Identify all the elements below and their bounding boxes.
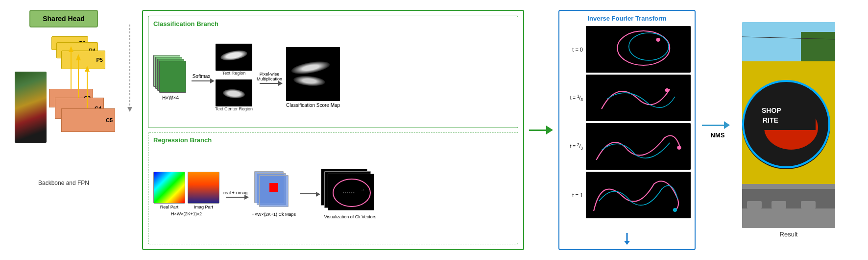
viz-stack: → bbox=[321, 169, 380, 213]
real-part-wrapper: Real Part bbox=[153, 172, 185, 209]
class-feat-stack bbox=[153, 55, 188, 94]
text-regions: Text Region Text Center Region bbox=[215, 44, 253, 111]
svg-marker-7 bbox=[127, 107, 132, 112]
curve-img-2 bbox=[586, 123, 691, 170]
svg-marker-24 bbox=[624, 241, 630, 245]
softmax-arrow: Softmax bbox=[192, 74, 211, 81]
blob-bottom bbox=[222, 88, 245, 99]
score-blob-2 bbox=[293, 75, 325, 87]
svg-point-18 bbox=[665, 88, 670, 92]
backbone-image bbox=[15, 72, 47, 143]
class-feat-wrapper: H×W×4 bbox=[153, 55, 188, 101]
green-box: Classification Branch H×W×4 Softmax bbox=[142, 10, 524, 250]
viz-svg-3: → bbox=[328, 174, 375, 211]
classification-branch: Classification Branch H×W×4 Softmax bbox=[148, 16, 518, 128]
svg-rect-17 bbox=[586, 75, 691, 121]
viz-layer-3: → bbox=[328, 174, 374, 210]
real-part-label: Real Part bbox=[160, 205, 179, 209]
connector-arrows bbox=[122, 10, 137, 250]
ck-maps-label: H×W×(2K+1) Ck Maps bbox=[251, 212, 296, 217]
classification-branch-content: H×W×4 Softmax Text Region bbox=[153, 31, 513, 124]
svg-rect-39 bbox=[801, 201, 816, 208]
reg-formula-arrow: real + i imag bbox=[223, 190, 247, 198]
backbone-section: Shared Head P3 P4 P5 C3 C4 C5 bbox=[10, 5, 118, 255]
class-feat-label: H×W×4 bbox=[162, 95, 179, 101]
svg-rect-13 bbox=[586, 26, 691, 73]
curve-img-3 bbox=[586, 172, 691, 218]
p5-layer: P5 bbox=[61, 51, 105, 69]
result-svg: SHOP RITE bbox=[742, 22, 835, 228]
feat-layer-4 bbox=[159, 61, 186, 93]
nms-label: NMS bbox=[711, 131, 725, 139]
nms-arrow-container bbox=[702, 121, 734, 129]
text-region-img-2 bbox=[216, 79, 252, 106]
svg-rect-37 bbox=[747, 201, 762, 208]
curve-img-0 bbox=[586, 26, 691, 73]
svg-text:SHOP: SHOP bbox=[762, 106, 781, 114]
blue-stack-wrapper: H×W×(2K+1) Ck Maps bbox=[251, 171, 296, 217]
text-region-img-1 bbox=[216, 44, 252, 71]
score-blob-1 bbox=[290, 59, 331, 77]
fourier-row-2: t = 2/3 bbox=[563, 123, 691, 170]
real-part-img bbox=[153, 172, 185, 204]
nms-arrow-head bbox=[724, 121, 730, 129]
svg-rect-19 bbox=[586, 123, 691, 170]
reg-maps: Real Part Imag Part bbox=[153, 172, 219, 209]
pixel-wise-label: Pixel-wise Multiplication bbox=[257, 72, 282, 81]
curve-svg-3 bbox=[586, 172, 691, 218]
result-img: SHOP RITE bbox=[742, 22, 835, 228]
result-label: Result bbox=[780, 231, 798, 238]
svg-text:RITE: RITE bbox=[763, 116, 778, 124]
curve-svg-2 bbox=[586, 123, 691, 170]
p5-label: P5 bbox=[96, 57, 103, 63]
time-label-3: t = 1 bbox=[563, 192, 583, 198]
red-square bbox=[269, 183, 278, 192]
svg-rect-26 bbox=[801, 32, 835, 61]
imag-part-img bbox=[188, 172, 219, 204]
reg-maps-wrapper: Real Part Imag Part H×W×(2K+1)×2 bbox=[153, 172, 219, 216]
svg-point-16 bbox=[656, 38, 660, 42]
curve-svg-0 bbox=[586, 26, 691, 73]
fourier-row-0: t = 0 bbox=[563, 26, 691, 73]
text-region-label-2: Text Center Region bbox=[215, 106, 253, 111]
blue-layer-3 bbox=[259, 175, 289, 207]
fourier-row-3: t = 1 bbox=[563, 172, 691, 218]
down-arrow-svg bbox=[622, 233, 632, 245]
c5-label: C5 bbox=[106, 117, 113, 123]
blue-stack bbox=[254, 171, 293, 210]
main-container: Shared Head P3 P4 P5 C3 C4 C5 bbox=[0, 0, 868, 260]
score-map-wrapper: Classification Score Map bbox=[286, 47, 340, 108]
shared-head-box: Shared Head bbox=[29, 10, 98, 27]
nms-arrow-line bbox=[702, 125, 724, 126]
score-map bbox=[286, 47, 340, 101]
svg-rect-38 bbox=[772, 201, 786, 208]
viz-wrapper: → Visualization of Ck Vectors bbox=[321, 169, 380, 219]
time-label-0: t = 0 bbox=[563, 47, 583, 52]
svg-point-20 bbox=[677, 146, 681, 150]
regression-branch: Regression Branch Real Part Imag Part bbox=[148, 132, 518, 244]
fourier-title: Inverse Fourier Transform bbox=[563, 15, 691, 22]
viz-label: Visualization of Ck Vectors bbox=[324, 214, 376, 219]
reg-input-label: H×W×(2K+1)×2 bbox=[171, 211, 202, 216]
result-section: SHOP RITE Result bbox=[740, 22, 838, 238]
time-label-2: t = 2/3 bbox=[563, 142, 583, 151]
dashed-arrow bbox=[300, 193, 317, 194]
green-arrow-to-fourier bbox=[529, 126, 554, 134]
nms-section: NMS bbox=[700, 121, 735, 139]
imag-part-label: Imag Part bbox=[194, 205, 213, 209]
curve-img-1 bbox=[586, 75, 691, 121]
blue-box: Inverse Fourier Transform t = 0 t = 1/ bbox=[558, 10, 696, 250]
score-blobs bbox=[286, 52, 340, 100]
fourier-rows: t = 0 t = 1/3 bbox=[563, 26, 691, 230]
text-region-wrapper-2: Text Center Region bbox=[215, 79, 253, 111]
svg-text:→: → bbox=[360, 187, 365, 192]
time-label-1: t = 1/3 bbox=[563, 94, 583, 102]
c5-layer: C5 bbox=[61, 108, 115, 132]
regression-branch-title: Regression Branch bbox=[153, 136, 513, 144]
softmax-label: Softmax bbox=[193, 74, 211, 79]
classification-branch-title: Classification Branch bbox=[153, 20, 513, 27]
curve-svg-1 bbox=[586, 75, 691, 121]
regression-branch-content: Real Part Imag Part H×W×(2K+1)×2 real + … bbox=[153, 148, 513, 240]
fourier-row-1: t = 1/3 bbox=[563, 75, 691, 121]
blob-top bbox=[220, 49, 248, 62]
